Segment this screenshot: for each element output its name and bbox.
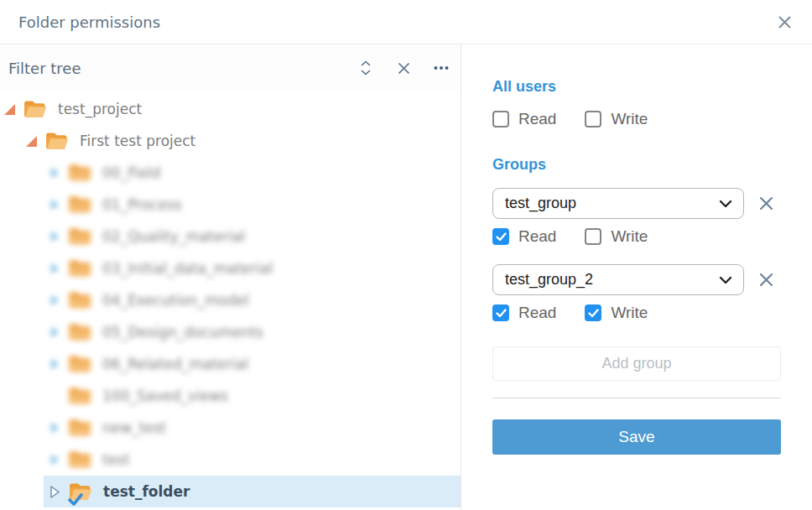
tree-item[interactable]: 05_Design_documents — [0, 316, 461, 348]
checkbox-checked-icon[interactable] — [492, 228, 509, 245]
group-select-value: test_group — [505, 195, 576, 212]
folder-tree: test_project First test project 00_Field… — [0, 91, 461, 507]
folder-icon — [69, 227, 91, 246]
folder-icon — [69, 259, 91, 278]
write-label: Write — [611, 304, 648, 322]
collapse-all-icon[interactable] — [396, 60, 411, 75]
tree-item-label: 02_Quality_material — [102, 228, 245, 245]
folder-icon — [69, 355, 91, 373]
expand-arrow-icon[interactable] — [47, 200, 62, 210]
group-entry: test_group_2 Read — [492, 264, 782, 322]
expand-arrow-icon[interactable] — [47, 327, 62, 337]
read-label: Read — [518, 227, 556, 246]
dialog-header: Folder permissions — [0, 0, 812, 44]
tree-item-label: 01_Process — [102, 196, 182, 213]
expand-arrow-icon[interactable] — [47, 485, 62, 499]
collapse-arrow-icon[interactable] — [23, 136, 39, 147]
tree-item[interactable]: 01_Process — [0, 189, 461, 221]
tree-item-first-test-project[interactable]: First test project — [0, 125, 461, 157]
checkbox-checked-icon[interactable] — [492, 304, 509, 321]
tree-toolbar-icons — [358, 60, 449, 75]
filter-tree-panel: Filter tree — [0, 44, 461, 510]
expand-arrow-icon[interactable] — [47, 295, 62, 305]
folder-open-checked-icon — [69, 482, 92, 502]
remove-group-icon[interactable] — [757, 272, 774, 289]
folder-icon — [69, 387, 91, 405]
all-users-heading: All users — [492, 78, 782, 96]
folder-icon — [69, 291, 91, 310]
remove-group-icon[interactable] — [757, 195, 774, 212]
folder-icon — [69, 450, 91, 469]
checkbox-checked-icon[interactable] — [585, 304, 601, 321]
dialog-body: Filter tree — [0, 44, 812, 510]
close-icon[interactable] — [778, 15, 792, 29]
tree-item-label: 00_Field — [102, 164, 160, 181]
expand-collapse-toggle-icon[interactable] — [358, 60, 373, 75]
tree-item[interactable]: 00_Field — [0, 157, 461, 189]
tree-item-label: test — [102, 451, 130, 468]
tree-toolbar: Filter tree — [0, 44, 461, 91]
tree-item[interactable]: new_test — [0, 412, 461, 444]
tree-item-label: First test project — [80, 133, 195, 149]
group-select[interactable]: test_group — [492, 188, 744, 219]
save-button[interactable]: Save — [492, 419, 781, 455]
groups-heading: Groups — [492, 156, 782, 174]
tree-item-label: new_test — [102, 419, 166, 436]
expand-arrow-icon[interactable] — [47, 359, 62, 369]
checkbox-unchecked-icon[interactable] — [585, 111, 601, 128]
expand-arrow-icon[interactable] — [47, 232, 62, 242]
expand-arrow-icon[interactable] — [47, 263, 62, 273]
group-read-checkbox[interactable]: Read — [492, 227, 556, 246]
checkbox-unchecked-icon[interactable] — [492, 111, 509, 128]
all-users-read-checkbox[interactable]: Read — [492, 110, 556, 128]
permissions-panel: All users Read Write Groups test_group — [461, 44, 812, 510]
write-label: Write — [611, 227, 648, 246]
tree-item-label: test_project — [58, 101, 142, 117]
dialog-title: Folder permissions — [18, 13, 160, 31]
tree-item[interactable]: 02_Quality_material — [0, 221, 461, 252]
tree-item[interactable]: 04_Execution_model — [0, 284, 461, 316]
collapse-arrow-icon[interactable] — [2, 104, 17, 115]
tree-item[interactable]: 06_Related_material — [0, 348, 461, 380]
filter-tree-title: Filter tree — [8, 60, 81, 77]
folder-icon — [69, 164, 91, 182]
all-users-write-checkbox[interactable]: Write — [585, 110, 648, 128]
tree-item[interactable]: 03_Initial_data_material — [0, 252, 461, 284]
folder-icon — [69, 195, 91, 214]
tree-item-label: 05_Design_documents — [102, 324, 263, 341]
group-write-checkbox[interactable]: Write — [585, 304, 648, 322]
divider — [492, 398, 781, 398]
chevron-down-icon — [719, 200, 732, 208]
group-select-value: test_group_2 — [505, 271, 593, 289]
tree-item-label: 100_Saved_views — [102, 388, 228, 404]
folder-open-icon — [45, 132, 69, 151]
folder-icon — [69, 419, 91, 437]
folder-permissions-dialog: Folder permissions Filter tree — [0, 0, 812, 510]
tree-item[interactable]: test — [0, 444, 461, 476]
more-options-icon[interactable] — [434, 60, 449, 75]
group-select[interactable]: test_group_2 — [492, 264, 744, 295]
expand-arrow-icon[interactable] — [47, 423, 62, 433]
all-users-checkboxes: Read Write — [492, 110, 782, 128]
group-read-checkbox[interactable]: Read — [492, 304, 556, 322]
expand-arrow-icon[interactable] — [47, 455, 62, 465]
group-write-checkbox[interactable]: Write — [585, 227, 648, 246]
add-group-button[interactable]: Add group — [492, 346, 781, 381]
tree-item-label: 06_Related_material — [102, 356, 248, 372]
tree-item-test-folder[interactable]: test_folder — [44, 476, 461, 507]
check-badge-icon — [68, 493, 83, 506]
group-entry: test_group Read — [492, 188, 782, 246]
chevron-down-icon — [719, 276, 732, 284]
checkbox-unchecked-icon[interactable] — [585, 228, 601, 245]
tree-item-label: 04_Execution_model — [102, 292, 249, 309]
write-label: Write — [611, 110, 648, 128]
tree-item-label: test_folder — [103, 483, 190, 500]
folder-icon — [69, 323, 91, 341]
folder-open-icon — [23, 100, 47, 119]
read-label: Read — [518, 110, 556, 128]
tree-item-test-project[interactable]: test_project — [0, 93, 461, 125]
expand-arrow-icon[interactable] — [47, 168, 62, 178]
tree-item[interactable]: 100_Saved_views — [0, 380, 461, 412]
read-label: Read — [518, 304, 556, 322]
tree-item-label: 03_Initial_data_material — [102, 260, 273, 277]
